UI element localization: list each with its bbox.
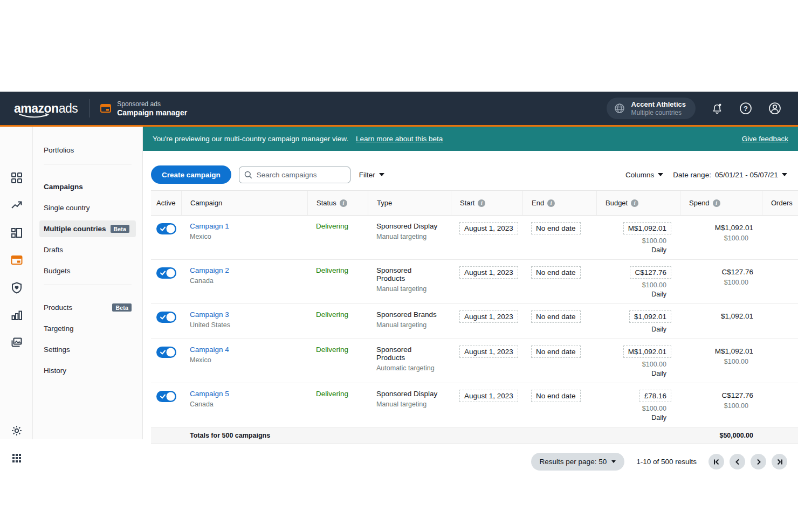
- info-icon[interactable]: i: [713, 199, 720, 207]
- sidebar-item-budgets[interactable]: Budgets: [39, 262, 136, 279]
- sidebar-item-products[interactable]: Products Beta: [39, 299, 136, 316]
- sidebar-item-portfolios[interactable]: Portfolios: [39, 142, 136, 158]
- campaign-cell: Campaign 1 Mexico: [181, 216, 307, 246]
- last-page-button[interactable]: [772, 454, 787, 469]
- next-page-button[interactable]: [751, 454, 766, 469]
- campaign-link[interactable]: Campaign 1: [190, 222, 229, 230]
- insights-trend-icon[interactable]: [10, 199, 23, 212]
- end-date-cell: No end date: [522, 339, 596, 363]
- account-profile-icon[interactable]: [768, 101, 782, 115]
- columns-dropdown[interactable]: Columns: [625, 171, 663, 179]
- menu-divider: [44, 164, 132, 164]
- spend-converted: $100.00: [689, 234, 748, 242]
- results-per-page-dropdown[interactable]: Results per page: 50: [531, 453, 625, 471]
- filter-dropdown[interactable]: Filter: [359, 171, 384, 179]
- campaign-cell: Campaign 2 Canada: [181, 260, 307, 290]
- apps-grid-icon[interactable]: [10, 452, 23, 465]
- dashboard-icon[interactable]: [10, 171, 23, 184]
- creatives-images-icon[interactable]: [10, 336, 23, 349]
- amazon-smile-icon: [17, 113, 55, 120]
- campaign-link[interactable]: Campaign 4: [190, 346, 229, 354]
- column-header-orders[interactable]: Orders: [762, 191, 798, 215]
- amazon-ads-logo[interactable]: amazonads: [14, 102, 78, 115]
- column-header-budget[interactable]: Budgeti: [596, 191, 680, 215]
- active-toggle[interactable]: [156, 391, 176, 402]
- active-toggle[interactable]: [156, 223, 176, 234]
- orders-cell: [762, 383, 798, 395]
- active-toggle[interactable]: [156, 312, 176, 323]
- sidebar: Portfolios Campaigns Single country Mult…: [0, 127, 143, 439]
- column-header-type[interactable]: Type: [368, 191, 451, 215]
- campaign-type: Sponsored Display: [376, 222, 442, 230]
- sidebar-item-multiple-countries[interactable]: Multiple countries Beta: [39, 220, 136, 237]
- settings-gear-icon[interactable]: [10, 424, 23, 437]
- spend-cell: M$1,092.01 $100.00: [680, 216, 762, 247]
- campaign-manager-icon-active[interactable]: [10, 254, 23, 267]
- spend-cell: C$127.76 $100.00: [680, 260, 762, 292]
- end-date-editable[interactable]: No end date: [531, 222, 581, 234]
- help-icon[interactable]: ?: [739, 101, 753, 115]
- budget-period: Daily: [605, 246, 666, 254]
- account-switcher[interactable]: Accent Athletics Multiple countries: [607, 98, 696, 119]
- start-date-cell: August 1, 2023: [451, 339, 522, 363]
- start-date-editable[interactable]: August 1, 2023: [459, 310, 518, 323]
- sidebar-item-targeting[interactable]: Targeting: [39, 320, 136, 337]
- start-date-editable[interactable]: August 1, 2023: [459, 222, 518, 234]
- start-date-editable[interactable]: August 1, 2023: [459, 346, 518, 358]
- sidebar-item-history[interactable]: History: [39, 362, 136, 379]
- give-feedback-link[interactable]: Give feedback: [742, 135, 788, 143]
- column-header-active[interactable]: Active: [151, 191, 181, 215]
- column-header-status[interactable]: Statusi: [307, 191, 368, 215]
- sidebar-item-drafts[interactable]: Drafts: [39, 241, 136, 258]
- start-date-editable[interactable]: August 1, 2023: [459, 390, 518, 402]
- column-header-end[interactable]: Endi: [522, 191, 596, 215]
- info-icon[interactable]: i: [547, 199, 555, 207]
- campaign-country: Canada: [190, 277, 299, 285]
- sidebar-item-settings[interactable]: Settings: [39, 341, 136, 358]
- previous-page-button[interactable]: [730, 454, 745, 469]
- budget-editable[interactable]: M$1,092.01: [623, 346, 671, 358]
- first-page-button[interactable]: [708, 454, 724, 469]
- campaign-link[interactable]: Campaign 3: [190, 310, 229, 319]
- start-date-editable[interactable]: August 1, 2023: [459, 266, 518, 279]
- column-header-spend[interactable]: Spendi: [680, 191, 762, 215]
- status-badge: Delivering: [316, 310, 348, 319]
- info-icon[interactable]: i: [340, 199, 347, 207]
- end-date-editable[interactable]: No end date: [531, 346, 581, 358]
- notifications-bell-icon[interactable]: [711, 102, 724, 115]
- budget-period: Daily: [605, 370, 666, 377]
- chevron-down-icon: [611, 460, 616, 463]
- brand-safety-shield-icon[interactable]: [10, 281, 23, 294]
- reports-bar-chart-icon[interactable]: [10, 309, 23, 322]
- globe-icon: [613, 102, 626, 115]
- end-date-editable[interactable]: No end date: [531, 310, 581, 323]
- info-icon[interactable]: i: [631, 199, 638, 207]
- column-header-campaign[interactable]: Campaign: [181, 191, 307, 215]
- orders-cell: [762, 216, 798, 227]
- budget-period: Daily: [605, 326, 666, 333]
- campaigns-table: Active Campaign Statusi Type Starti Endi…: [151, 190, 798, 444]
- budget-editable[interactable]: £78.16: [639, 390, 671, 402]
- column-header-start[interactable]: Starti: [451, 191, 522, 215]
- end-date-editable[interactable]: No end date: [531, 390, 581, 402]
- create-campaign-button[interactable]: Create campaign: [151, 165, 231, 184]
- active-toggle[interactable]: [156, 347, 176, 358]
- budget-editable[interactable]: C$127.76: [630, 266, 671, 279]
- structure-icon[interactable]: [10, 226, 23, 239]
- pagination: Results per page: 50 1-10 of 500 results: [143, 453, 787, 471]
- search-input[interactable]: [239, 167, 350, 183]
- budget-editable[interactable]: $1,092.01: [629, 310, 671, 323]
- spend-value: C$127.76: [689, 266, 753, 276]
- campaign-link[interactable]: Campaign 5: [190, 390, 229, 398]
- campaign-type: Sponsored Display: [376, 390, 442, 398]
- end-date-editable[interactable]: No end date: [531, 266, 581, 279]
- date-range-dropdown[interactable]: Date range: 05/01/21 - 05/07/21: [673, 171, 787, 179]
- campaign-link[interactable]: Campaign 2: [190, 266, 229, 274]
- active-toggle[interactable]: [156, 267, 176, 279]
- sidebar-item-single-country[interactable]: Single country: [39, 199, 136, 216]
- end-date-cell: No end date: [522, 260, 596, 284]
- learn-more-link[interactable]: Learn more about this beta: [356, 135, 443, 143]
- budget-editable[interactable]: M$1,092.01: [623, 222, 671, 234]
- info-icon[interactable]: i: [478, 199, 485, 207]
- product-switcher[interactable]: Sponsored ads Campaign manager: [100, 100, 187, 117]
